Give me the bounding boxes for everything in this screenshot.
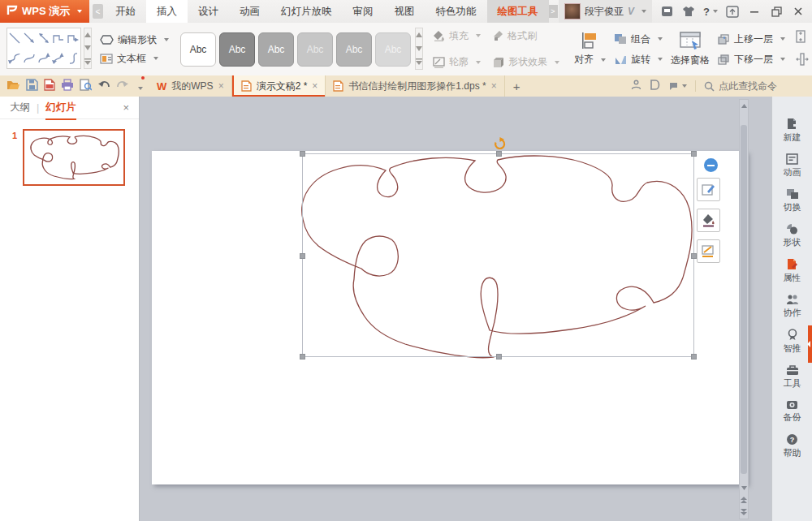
tab-design[interactable]: 设计 xyxy=(188,0,229,23)
feedback-icon[interactable] xyxy=(668,81,687,92)
curve-arrow-icon[interactable] xyxy=(37,49,51,69)
gallery-scroll-down-icon[interactable] xyxy=(84,41,91,54)
close-tab-icon[interactable]: × xyxy=(218,80,224,92)
outline-button[interactable]: 轮廓 xyxy=(433,50,481,76)
tab-outline[interactable]: 大纲 xyxy=(10,101,30,114)
freeform-curve-icon[interactable] xyxy=(66,49,80,69)
curve-icon[interactable] xyxy=(22,49,37,69)
sidebar-item-tools[interactable]: 工具 xyxy=(784,364,801,390)
close-button[interactable] xyxy=(791,4,806,19)
text-box-button[interactable]: 文本框 xyxy=(100,52,169,66)
doc-tab-letter-envelope[interactable]: 书信信封绘制用图形操作1.dps * × xyxy=(326,75,504,97)
command-search[interactable] xyxy=(695,80,804,92)
format-painter-button[interactable]: 格式刷 xyxy=(492,23,559,50)
panel-close-icon[interactable]: × xyxy=(123,101,129,114)
shape-style-2[interactable]: Abc xyxy=(219,32,255,67)
sidebar-item-help[interactable]: ? 帮助 xyxy=(784,433,801,459)
collaboration-flag-marker[interactable] xyxy=(808,325,812,363)
sidebar-item-smart-recommend[interactable]: 智推 xyxy=(784,329,801,355)
outline-color-button[interactable] xyxy=(697,239,720,263)
collapse-float-toolbar-button[interactable] xyxy=(704,158,718,172)
elbow-connector-icon[interactable] xyxy=(51,28,66,49)
resize-handle-ne[interactable] xyxy=(691,151,697,157)
sidebar-item-animation[interactable]: 动画 xyxy=(784,153,801,179)
edit-points-button[interactable] xyxy=(697,178,720,201)
sidebar-item-collaboration[interactable]: 协作 xyxy=(784,294,801,319)
context-tab-expand-icon[interactable]: > xyxy=(549,5,558,18)
resize-handle-e[interactable] xyxy=(691,253,697,259)
search-input[interactable] xyxy=(719,80,804,92)
tab-review[interactable]: 审阅 xyxy=(343,0,384,23)
align-button[interactable]: 对齐 xyxy=(574,53,606,67)
message-icon[interactable] xyxy=(659,4,674,19)
close-tab-icon[interactable]: × xyxy=(491,80,497,92)
previous-slide-icon[interactable] xyxy=(739,494,749,506)
elbow-arrow-connector-icon[interactable] xyxy=(66,28,80,49)
customize-qat-icon[interactable] xyxy=(135,79,143,93)
sidebar-item-new[interactable]: 新建 xyxy=(784,118,801,144)
tab-home[interactable]: 开始 xyxy=(105,0,146,23)
tab-slides[interactable]: 幻灯片 xyxy=(45,101,76,114)
curved-connector-icon[interactable] xyxy=(7,49,22,69)
align-group[interactable]: 对齐 xyxy=(569,23,611,75)
rotate-handle[interactable] xyxy=(493,137,507,154)
tab-animation[interactable]: 动画 xyxy=(229,0,270,23)
resize-handle-nw[interactable] xyxy=(300,151,305,157)
gallery-scroll-up-icon[interactable] xyxy=(84,28,91,41)
close-tab-icon[interactable]: × xyxy=(312,80,317,92)
new-tab-button[interactable]: + xyxy=(505,75,529,97)
distribute-columns-icon[interactable] xyxy=(796,53,809,69)
shape-style-4[interactable]: Abc xyxy=(297,32,333,67)
tab-slideshow[interactable]: 幻灯片放映 xyxy=(270,0,343,23)
resize-handle-se[interactable] xyxy=(691,354,697,360)
resize-handle-sw[interactable] xyxy=(300,354,305,360)
fill-color-button[interactable] xyxy=(697,209,720,232)
shape-style-6[interactable]: Abc xyxy=(375,32,411,67)
save-icon[interactable] xyxy=(26,79,38,94)
scroll-up-icon[interactable] xyxy=(739,100,749,112)
tab-special-features[interactable]: 特色功能 xyxy=(425,0,487,23)
resize-handle-w[interactable] xyxy=(300,253,305,259)
user-account[interactable]: 段宇俊亚 V xyxy=(559,0,652,23)
share-icon[interactable] xyxy=(631,79,641,93)
docer-icon[interactable] xyxy=(650,79,660,93)
selection-pane-button[interactable]: 选择窗格 xyxy=(671,54,710,67)
skin-shirt-icon[interactable] xyxy=(681,4,696,19)
scrollbar-thumb[interactable] xyxy=(741,125,747,474)
tab-view[interactable]: 视图 xyxy=(384,0,425,23)
ribbon-back-button[interactable]: < xyxy=(93,4,103,19)
doc-tab-my-wps[interactable]: W 我的WPS × xyxy=(149,75,232,97)
tab-insert[interactable]: 插入 xyxy=(146,0,188,23)
shape-effects-button[interactable]: 形状效果 xyxy=(492,50,559,76)
open-file-icon[interactable] xyxy=(6,79,20,93)
send-backward-button[interactable]: 下移一层 xyxy=(718,53,785,67)
gallery-more-icon[interactable] xyxy=(84,55,91,68)
sidebar-item-backup[interactable]: 备份 xyxy=(784,399,801,424)
print-icon[interactable] xyxy=(61,79,74,94)
doc-tab-presentation2[interactable]: 演示文稿2 * × xyxy=(232,75,326,97)
next-slide-icon[interactable] xyxy=(739,506,749,519)
edit-shape-button[interactable]: 编辑形状 xyxy=(100,33,169,47)
style-scroll-up-icon[interactable] xyxy=(416,28,422,42)
selection-box[interactable] xyxy=(302,153,694,357)
sidebar-item-shapes[interactable]: 形状 xyxy=(784,223,801,248)
minimize-button[interactable] xyxy=(747,4,762,19)
canvas-vertical-scrollbar[interactable] xyxy=(739,99,749,519)
shape-style-5[interactable]: Abc xyxy=(336,32,372,67)
distribute-rows-icon[interactable] xyxy=(796,30,809,46)
restore-button[interactable] xyxy=(769,4,784,19)
undo-icon[interactable] xyxy=(97,79,110,93)
bring-forward-button[interactable]: 上移一层 xyxy=(718,32,785,46)
redo-icon[interactable] xyxy=(116,79,129,93)
export-pdf-icon[interactable] xyxy=(44,79,55,94)
fill-button[interactable]: 填充 xyxy=(433,23,481,50)
line-icon[interactable] xyxy=(7,28,22,49)
group-button[interactable]: 组合 xyxy=(614,32,663,46)
hide-ribbon-icon[interactable] xyxy=(725,4,740,19)
arrow-line-icon[interactable] xyxy=(22,28,37,49)
curve-double-arrow-icon[interactable] xyxy=(51,49,66,69)
resize-handle-s[interactable] xyxy=(496,354,502,360)
print-preview-icon[interactable] xyxy=(80,79,92,94)
selection-pane-group[interactable]: 选择窗格 xyxy=(666,23,715,75)
sidebar-item-properties[interactable]: 属性 xyxy=(784,258,801,284)
